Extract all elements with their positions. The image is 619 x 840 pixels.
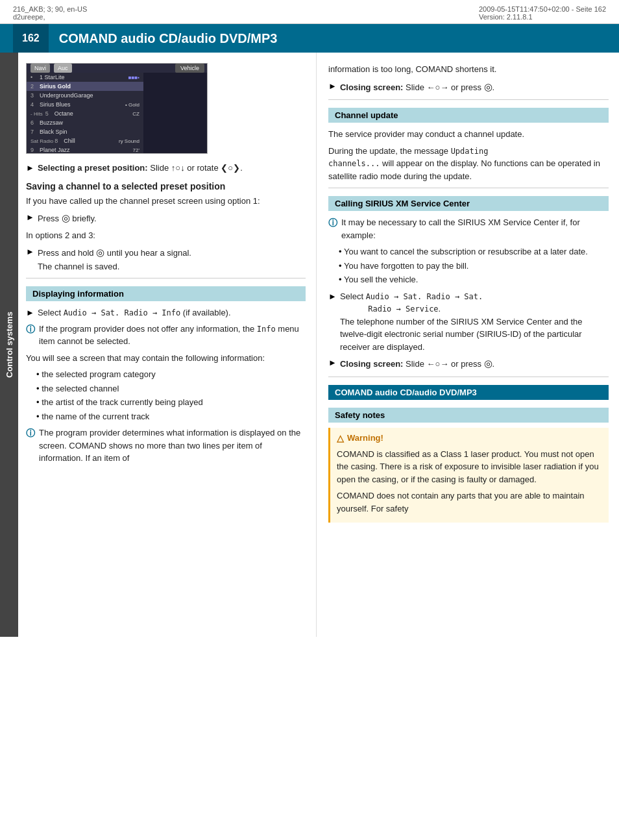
sirius-info1: ⓘ It may be necessary to call the SIRIUS… — [328, 216, 609, 241]
channel-row-2: 2Sirius Gold — [27, 82, 143, 91]
display-step1: ► Select Audio → Sat. Radio → Info (if a… — [26, 306, 306, 319]
arrow-icon: ► — [26, 306, 34, 319]
channel-update-para1: The service provider may conduct a chann… — [328, 128, 609, 141]
bullet-1: the selected program category — [36, 368, 306, 381]
save-step2-text: Press and hold ◎ until you hear a signal… — [38, 245, 191, 273]
sat-tab-auc: Auc — [54, 64, 72, 73]
header-bar: 162 COMAND audio CD/audio DVD/MP3 — [0, 24, 619, 53]
display-info1: ⓘ If the program provider does not offer… — [26, 323, 306, 348]
right-column: information is too long, COMAND shortens… — [317, 53, 619, 637]
save-step2: ► Press and hold ◎ until you hear a sign… — [26, 245, 306, 273]
bullet-2: the selected channel — [36, 382, 306, 395]
meta-right: 2009-05-15T11:47:50+02:00 - Seite 162Ver… — [479, 5, 606, 21]
sidebar-label: Control systems — [0, 53, 18, 637]
arrow-icon: ► — [26, 211, 34, 224]
save-step1: ► Press ◎ briefly. — [26, 211, 306, 226]
header-title: COMAND audio CD/audio DVD/MP3 — [59, 31, 278, 46]
info-icon: ⓘ — [26, 323, 35, 336]
sat-tab-vehicle: Vehicle — [175, 64, 204, 73]
channel-row-1: •1 StarLite ■■■▪ — [27, 73, 143, 82]
display-bullets: the selected program category the select… — [36, 368, 306, 423]
channel-row-5: - Hits 5Octane CZ — [27, 109, 143, 118]
select-preset-text: Selecting a preset position: Slide ↑○↓ o… — [38, 162, 243, 175]
display-step1-text: Select Audio → Sat. Radio → Info (if ava… — [38, 306, 231, 319]
sat-tab-navi: Navi — [30, 64, 50, 73]
closing-screen-1-text: Closing screen: Slide ←○→ or press ◎. — [340, 80, 494, 95]
sirius-bullet-2: You have forgotten to pay the bill. — [339, 260, 609, 273]
arrow-icon: ► — [328, 80, 337, 93]
save-step1-text: Press ◎ briefly. — [38, 211, 97, 226]
arrow-icon: ► — [26, 162, 34, 175]
channel-row-3: 3UndergroundGarage — [27, 91, 143, 100]
in-options-text: In options 2 and 3: — [26, 229, 306, 242]
main-content: Control systems Navi Auc Vehicle •1 Star… — [0, 53, 619, 637]
warning-para2: COMAND does not contain any parts that y… — [337, 489, 602, 515]
bullet-3: the artist of the track currently being … — [36, 396, 306, 409]
info-icon-3: ⓘ — [328, 216, 337, 230]
warning-box: △ Warning! COMAND is classified as a Cla… — [328, 428, 609, 523]
save-para1: If you have called up the channel preset… — [26, 195, 306, 208]
section-save-heading: Saving a channel to a selected preset po… — [26, 181, 306, 191]
channel-row-8: Sat Radio 8Chill ry Sound — [27, 136, 143, 145]
closing-screen-1: ► Closing screen: Slide ←○→ or press ◎. — [328, 80, 609, 95]
display-info2-text: The program provider determines what inf… — [39, 426, 306, 465]
arrow-icon: ► — [328, 290, 337, 303]
continued-text: information is too long, COMAND shortens… — [328, 63, 609, 76]
sirius-bullet-3: You sell the vehicle. — [339, 273, 609, 286]
section-sirius-heading: Calling SIRIUS XM Service Center — [328, 196, 609, 211]
sat-screen-image: Navi Auc Vehicle •1 StarLite ■■■▪ 2Siriu… — [26, 63, 208, 154]
section-display-heading: Displaying information — [26, 286, 306, 301]
select-preset-item: ► Selecting a preset position: Slide ↑○↓… — [26, 162, 306, 175]
page-number: 162 — [13, 24, 49, 53]
channel-row-7: 7Black Spin — [27, 127, 143, 136]
warning-para1: COMAND is classified as a Class 1 laser … — [337, 448, 602, 486]
sirius-closing-text: Closing screen: Slide ←○→ or press ◎. — [340, 356, 494, 371]
sirius-step1-text: Select Audio → Sat. Radio → Sat. Radio →… — [340, 290, 609, 354]
channel-update-para2: During the update, the message Updatingc… — [328, 145, 609, 183]
section-channel-update-heading: Channel update — [328, 108, 609, 123]
arrow-icon: ► — [328, 356, 337, 369]
channel-row-6: 6Buzzsaw — [27, 118, 143, 127]
left-column: Navi Auc Vehicle •1 StarLite ■■■▪ 2Siriu… — [18, 53, 317, 637]
section-comand-heading: COMAND audio CD/audio DVD/MP3 — [328, 385, 609, 400]
display-info2: ⓘ The program provider determines what i… — [26, 426, 306, 465]
sirius-bullet-1: You want to cancel the subscription or r… — [339, 245, 609, 258]
sirius-bullets: You want to cancel the subscription or r… — [339, 245, 609, 286]
bullet-4: the name of the current track — [36, 410, 306, 423]
meta-left: 216_AKB; 3; 90, en-USd2ureepe, — [13, 5, 87, 21]
info-icon-2: ⓘ — [26, 426, 35, 440]
page-meta: 216_AKB; 3; 90, en-USd2ureepe, 2009-05-1… — [0, 0, 619, 24]
display-info1-text: If the program provider does not offer a… — [39, 323, 306, 348]
sirius-step1: ► Select Audio → Sat. Radio → Sat. Radio… — [328, 290, 609, 354]
arrow-icon: ► — [26, 245, 34, 258]
warning-triangle-icon: △ — [337, 432, 344, 445]
display-para-screen: You will see a screen that may contain t… — [26, 352, 306, 365]
channel-row-9: 9Planet Jazz 72' — [27, 145, 143, 154]
sirius-closing: ► Closing screen: Slide ←○→ or press ◎. — [328, 356, 609, 371]
warning-title: △ Warning! — [337, 432, 602, 445]
sirius-info1-text: It may be necessary to call the SIRIUS X… — [341, 216, 609, 241]
section-safety-heading: Safety notes — [328, 408, 609, 423]
channel-row-4: 4Sirius Blues • Gold — [27, 100, 143, 109]
